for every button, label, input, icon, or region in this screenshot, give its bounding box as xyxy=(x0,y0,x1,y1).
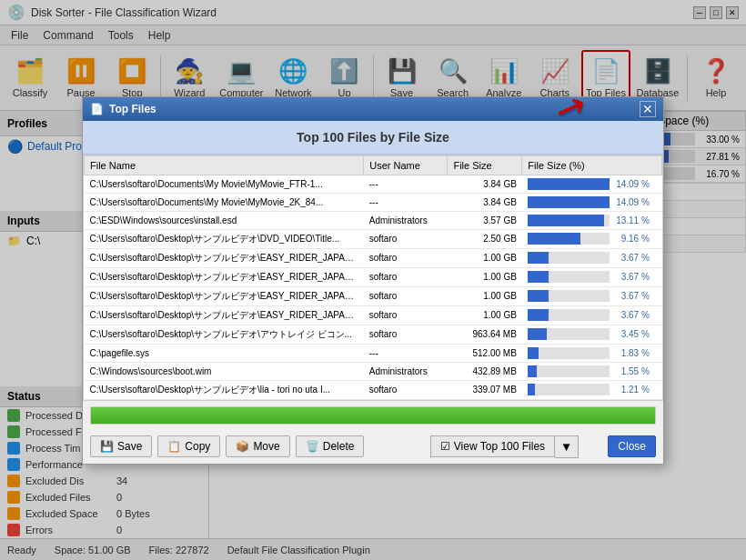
modal-filename-cell: C:\Windows\sources\boot.wim xyxy=(85,362,364,380)
modal-username-cell: --- xyxy=(364,193,448,211)
view-top-files-group[interactable]: ☑ View Top 100 Files ▼ xyxy=(430,435,579,458)
copy-icon: 📋 xyxy=(167,440,181,453)
modal-filename-cell: C:\Users\softaro\Desktop\サンプルビデオ\EASY_RI… xyxy=(85,286,364,305)
modal-username-cell: softaro xyxy=(364,267,448,286)
modal-username-cell: Administrators xyxy=(364,211,448,229)
modal-filesize-cell: 1.00 GB xyxy=(448,267,522,286)
checkbox-icon: ☑ xyxy=(440,440,450,453)
modal-filesizepct-cell: 3.67 % xyxy=(522,286,662,305)
modal-table-row[interactable]: C:\Users\softaro\Desktop\サンプルビデオ\EASY_RI… xyxy=(85,305,662,325)
progress-fill xyxy=(91,407,655,424)
modal-table-container[interactable]: File Name User Name File Size File Size … xyxy=(83,155,663,401)
modal-username-cell: Administrators xyxy=(364,362,448,380)
modal-filesize-cell: 1.00 GB xyxy=(448,305,522,325)
top-files-modal: 📄 Top Files ✕ Top 100 Files by File Size… xyxy=(82,96,664,465)
modal-filesizepct-cell: 13.11 % xyxy=(522,211,662,229)
modal-filename-cell: C:\Users\softaro\Desktop\サンプルビデオ\アウトレイジ … xyxy=(85,325,364,344)
modal-col-filename: File Name xyxy=(85,155,364,175)
modal-filename-cell: C:\Users\softaro\Documents\My Movie\MyMo… xyxy=(85,193,364,211)
modal-filename-cell: C:\Users\softaro\Documents\My Movie\MyMo… xyxy=(85,175,364,193)
modal-filesizepct-cell: 14.09 % xyxy=(522,193,662,211)
modal-username-cell: softaro xyxy=(364,229,448,248)
modal-close-btn-footer[interactable]: Close xyxy=(608,435,656,457)
modal-username-cell: --- xyxy=(364,344,448,362)
modal-table-row[interactable]: C:\Users\softaro\Desktop\サンプルビデオ\lia - t… xyxy=(85,380,662,399)
modal-table-row[interactable]: C:\Users\softaro\Documents\My Movie\MyMo… xyxy=(85,175,662,193)
modal-filesizepct-cell: 1.21 % xyxy=(522,380,662,399)
modal-progress-bar xyxy=(90,406,656,425)
view-top-files-btn[interactable]: ☑ View Top 100 Files xyxy=(430,435,555,457)
modal-filesize-cell: 3.84 GB xyxy=(448,193,522,211)
modal-filesizepct-cell: 3.67 % xyxy=(522,305,662,325)
modal-filename-cell: C:\ESD\Windows\sources\install.esd xyxy=(85,211,364,229)
modal-table-row[interactable]: C:\pagefile.sys --- 512.00 MB 1.83 % xyxy=(85,344,662,362)
view-top-files-dropdown[interactable]: ▼ xyxy=(555,435,579,458)
modal-table-row[interactable]: C:\Users\softaro\Documents\My Movie\MyMo… xyxy=(85,193,662,211)
modal-table-row[interactable]: C:\Users\softaro\Desktop\サンプルビデオ\EASY_RI… xyxy=(85,286,662,305)
modal-username-cell: softaro xyxy=(364,305,448,325)
modal-save-btn[interactable]: 💾 Save xyxy=(90,435,152,457)
modal-filesizepct-cell: 3.67 % xyxy=(522,267,662,286)
modal-filesizepct-cell: 3.45 % xyxy=(522,325,662,344)
modal-close-btn[interactable]: ✕ xyxy=(640,101,656,117)
modal-username-cell: softaro xyxy=(364,248,448,267)
modal-filesizepct-cell: 3.67 % xyxy=(522,248,662,267)
modal-filesize-cell: 339.07 MB xyxy=(448,380,522,399)
modal-footer: 💾 Save 📋 Copy 📦 Move 🗑️ Delete xyxy=(83,430,663,464)
modal-filename-cell: C:\Users\softaro\Desktop\サンプルビデオ\EASY_RI… xyxy=(85,267,364,286)
modal-title-text: 📄 Top Files xyxy=(90,103,156,115)
modal-table-row[interactable]: C:\Windows\sources\boot.wim Administrato… xyxy=(85,362,662,380)
modal-filename-cell: C:\Users\softaro\Desktop\サンプルビデオ\EASY_RI… xyxy=(85,305,364,325)
modal-table-row[interactable]: C:\Users\softaro\Desktop\サンプルビデオ\DVD_VID… xyxy=(85,229,662,248)
modal-delete-btn[interactable]: 🗑️ Delete xyxy=(296,435,365,457)
modal-username-cell: softaro xyxy=(364,286,448,305)
delete-icon: 🗑️ xyxy=(306,440,319,453)
modal-col-username: User Name xyxy=(364,155,448,175)
modal-filename-cell: C:\pagefile.sys xyxy=(85,344,364,362)
modal-filesizepct-cell: 1.83 % xyxy=(522,344,662,362)
modal-filesize-cell: 1.00 GB xyxy=(448,248,522,267)
modal-table-row[interactable]: C:\ESD\Windows\sources\install.esd Admin… xyxy=(85,211,662,229)
modal-move-btn[interactable]: 📦 Move xyxy=(226,435,289,457)
modal-table-row[interactable]: C:\Users\softaro\Desktop\サンプルビデオ\EASY_RI… xyxy=(85,248,662,267)
modal-filesizepct-cell: 1.55 % xyxy=(522,362,662,380)
modal-username-cell: --- xyxy=(364,175,448,193)
modal-title-icon: 📄 xyxy=(90,103,104,115)
modal-filesize-cell: 1.00 GB xyxy=(448,286,522,305)
modal-filesize-cell: 3.84 GB xyxy=(448,175,522,193)
modal-table: File Name User Name File Size File Size … xyxy=(84,155,662,400)
modal-copy-btn[interactable]: 📋 Copy xyxy=(157,435,220,457)
modal-filename-cell: C:\Users\softaro\Desktop\サンプルビデオ\EASY_RI… xyxy=(85,248,364,267)
modal-username-cell: softaro xyxy=(364,325,448,344)
modal-filesize-cell: 3.57 GB xyxy=(448,211,522,229)
save-icon: 💾 xyxy=(100,440,114,453)
modal-col-filesize: File Size xyxy=(448,155,522,175)
modal-filename-cell: C:\Users\softaro\Desktop\サンプルビデオ\lia - t… xyxy=(85,380,364,399)
move-icon: 📦 xyxy=(236,440,249,453)
modal-filesize-cell: 512.00 MB xyxy=(448,344,522,362)
modal-table-row[interactable]: C:\Users\softaro\Desktop\サンプルビデオ\アウトレイジ … xyxy=(85,325,662,344)
modal-filename-cell: C:\Users\softaro\Desktop\サンプルビデオ\DVD_VID… xyxy=(85,229,364,248)
modal-filesize-cell: 432.89 MB xyxy=(448,362,522,380)
modal-filesizepct-cell: 14.09 % xyxy=(522,175,662,193)
modal-col-filesizepct: File Size (%) xyxy=(522,155,662,175)
modal-filesize-cell: 2.50 GB xyxy=(448,229,522,248)
modal-filesize-cell: 963.64 MB xyxy=(448,325,522,344)
modal-table-row[interactable]: C:\Users\softaro\Desktop\サンプルビデオ\EASY_RI… xyxy=(85,267,662,286)
modal-overlay: 📄 Top Files ✕ Top 100 Files by File Size… xyxy=(0,0,746,560)
modal-filesizepct-cell: 9.16 % xyxy=(522,229,662,248)
modal-username-cell: softaro xyxy=(364,380,448,399)
